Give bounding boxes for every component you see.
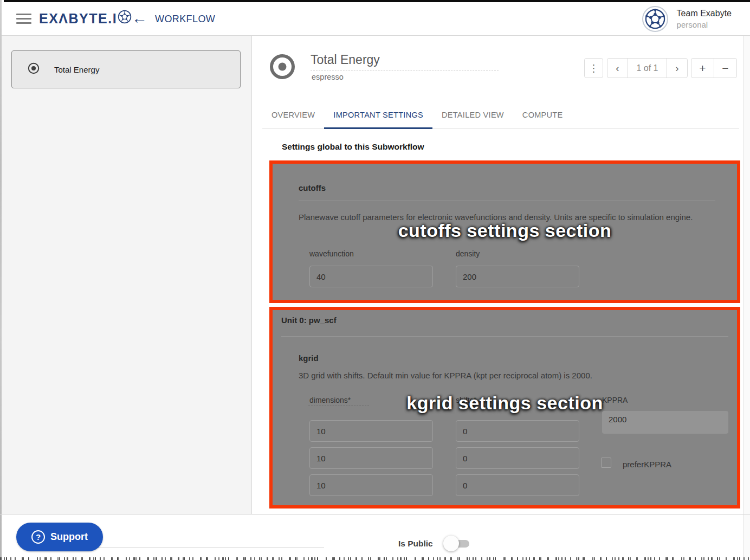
molecule-ball-icon: [117, 10, 132, 27]
tab-compute[interactable]: COMPUTE: [513, 101, 572, 128]
editable-name-underline: [77, 548, 324, 548]
team-avatar: [642, 6, 668, 32]
unit-title: Unit 0: pw_scf: [281, 316, 337, 325]
next-unit-button[interactable]: ›: [667, 59, 687, 78]
molecule-ball-icon: [645, 9, 665, 29]
app-header: EXΛBYTE.I ← WORKFLOW: [2, 2, 750, 36]
support-label: Support: [50, 531, 88, 543]
shift-y-input[interactable]: [456, 447, 579, 469]
toggle-thumb: [443, 536, 459, 551]
kgrid-title: kgrid: [299, 353, 319, 363]
account-menu[interactable]: Team Exabyte personal: [642, 6, 732, 32]
kppra-input[interactable]: [602, 411, 728, 434]
prefer-kppra-checkbox[interactable]: [601, 458, 611, 468]
app-root: EXΛBYTE.I ← WORKFLOW: [0, 0, 750, 560]
wavefunction-input[interactable]: [309, 266, 433, 287]
prefer-kppra-label: preferKPPRA: [623, 460, 671, 469]
chevron-left-icon: ‹: [616, 62, 619, 74]
tab-overview[interactable]: OVERVIEW: [262, 101, 324, 128]
sidebar-item-total-energy[interactable]: Total Energy: [11, 50, 241, 88]
kppra-label: KPPRA: [602, 396, 628, 404]
shift-z-input[interactable]: [456, 474, 579, 496]
team-name: Team Exabyte: [677, 9, 732, 18]
cutoffs-annotation-label: cutoffs settings section: [398, 220, 612, 241]
editable-title-underline: [311, 70, 499, 71]
tab-detailed-view[interactable]: DETAILED VIEW: [432, 101, 513, 128]
density-label: density: [456, 249, 480, 258]
plus-icon: +: [699, 62, 706, 75]
wavefunction-label: wavefunction: [309, 249, 354, 258]
subworkflow-icon: [269, 54, 295, 82]
account-type: personal: [677, 20, 732, 29]
brand-text: EXΛBYTE.I: [39, 11, 117, 27]
page-title: WORKFLOW: [155, 14, 215, 25]
is-public-toggle[interactable]: [443, 538, 474, 550]
divider: [281, 336, 728, 337]
footer-divider: [0, 514, 750, 515]
help-icon: ?: [31, 530, 45, 544]
back-arrow-icon[interactable]: ←: [132, 9, 147, 27]
scrollbar-gutter[interactable]: [743, 36, 750, 560]
dimension-x-input[interactable]: [309, 420, 433, 442]
kebab-icon: ⋮: [589, 62, 599, 74]
cutoffs-section: cutoffs Planewave cutoff parameters for …: [269, 160, 740, 303]
support-button[interactable]: ? Support: [16, 523, 103, 551]
remove-unit-button[interactable]: −: [714, 59, 736, 78]
tab-important-settings[interactable]: IMPORTANT SETTINGS: [324, 101, 432, 128]
previous-unit-button[interactable]: ‹: [607, 59, 628, 78]
menu-icon[interactable]: [16, 14, 31, 25]
subworkflow-sidebar: Total Energy: [2, 36, 252, 514]
unit-pager: ‹ 1 of 1 ›: [607, 58, 688, 78]
kgrid-section: Unit 0: pw_scf kgrid 3D grid with shifts…: [269, 307, 740, 508]
chevron-right-icon: ›: [675, 62, 678, 74]
clipped-content-strip: [0, 557, 750, 560]
global-settings-heading: Settings global to this Subworkflow: [282, 142, 424, 152]
add-remove-group: + −: [691, 58, 737, 78]
sidebar-item-label: Total Energy: [54, 65, 99, 74]
subworkflow-application: espresso: [312, 73, 344, 81]
density-input[interactable]: [456, 266, 579, 287]
subworkflow-title[interactable]: Total Energy: [311, 53, 380, 67]
minus-icon: −: [722, 62, 728, 75]
kgrid-description: 3D grid with shifts. Default min value f…: [299, 369, 721, 383]
more-options-button[interactable]: ⋮: [584, 58, 603, 78]
subworkflow-tabs: OVERVIEW IMPORTANT SETTINGS DETAILED VIE…: [262, 101, 739, 129]
dimension-y-input[interactable]: [309, 447, 433, 469]
radio-selected-icon: [28, 62, 40, 76]
divider: [299, 201, 715, 201]
add-unit-button[interactable]: +: [691, 59, 714, 78]
dimensions-label-underline: [308, 405, 369, 406]
exabyte-logo[interactable]: EXΛBYTE.I: [39, 10, 132, 27]
is-public-label: Is Public: [398, 539, 433, 549]
dimensions-label: dimensions*: [309, 396, 351, 404]
kgrid-annotation-label: kgrid settings section: [406, 392, 603, 414]
shift-x-input[interactable]: [456, 420, 579, 442]
pager-position: 1 of 1: [628, 59, 667, 78]
dimension-z-input[interactable]: [309, 474, 433, 496]
cutoffs-title: cutoffs: [299, 183, 326, 192]
